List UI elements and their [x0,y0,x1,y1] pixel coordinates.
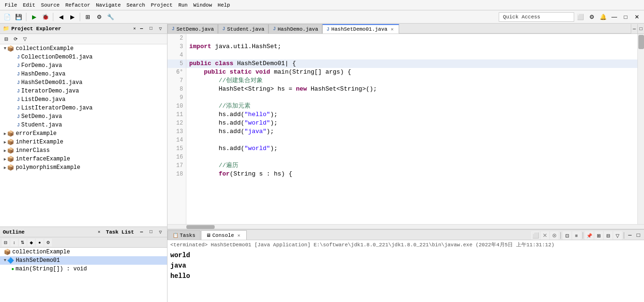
editor-vertical-scrollbar[interactable] [637,34,644,224]
line-num-7: 7 [167,76,186,85]
console-disconnect-btn[interactable]: ⊗ [550,231,559,240]
console-btn7[interactable]: ⊞ [594,231,603,240]
perspective-button[interactable]: ⊞ [83,12,93,22]
tree-item-hashsetdemo01[interactable]: J HashSetDemo01.java [0,78,167,87]
quick-access-box[interactable]: Quick Access [499,12,574,22]
console-minimize-btn[interactable]: — [626,232,634,239]
h-scrollbar-thumb[interactable] [186,225,215,229]
console-sep3 [624,232,624,239]
menu-search[interactable]: Search [124,1,148,9]
tree-item-polymorphismexample[interactable]: ▶ 📦 polymorphismExample [0,163,167,172]
console-btn8[interactable]: ⊟ [604,231,612,240]
outline-btn4[interactable]: ◆ [27,239,35,246]
prev-button[interactable]: ◀ [56,12,66,22]
tab-icon: J [222,26,225,32]
console-stop-btn[interactable]: ⬜ [531,231,540,240]
expand-icon: ▶ [4,140,6,145]
tree-filter-btn[interactable]: ▽ [21,35,29,43]
console-sep1 [560,232,561,239]
toolbar-btn-extra2[interactable]: 🔧 [105,12,116,22]
comment-10: //添加元素 [189,102,251,110]
run-button[interactable]: ▶ [29,12,39,22]
menu-edit[interactable]: Edit [20,1,38,9]
code-area[interactable]: import java.util.HashSet; public class H… [186,34,637,224]
console-terminate-btn[interactable]: ✕ [541,231,549,240]
tree-item-interfaceexample[interactable]: ▶ 📦 interfaceExample [0,155,167,163]
tree-item-listdemo[interactable]: J ListDemo.java [0,95,167,104]
kw-class: class [215,59,234,68]
outline-item-main[interactable]: ● main(String[]) : void [0,265,167,273]
debug-button[interactable]: 🐞 [40,12,50,22]
tab-hashsetdemo01[interactable]: J HashSetDemo01.java ✕ [322,24,399,34]
menu-help[interactable]: Help [215,1,233,9]
tree-item-fordemo[interactable]: J ForDemo.java [0,61,167,70]
tree-item-hashdemo[interactable]: J HashDemo.java [0,70,167,78]
tree-collapse-btn[interactable]: ⊟ [2,35,10,43]
toolbar-layout-btn3[interactable]: 🔔 [598,12,608,22]
outline-btn1[interactable]: ⊟ [2,239,9,246]
tab-student[interactable]: J Student.java [218,24,268,34]
console-close-icon[interactable]: ✕ [236,233,242,238]
scrollbar-thumb[interactable] [638,35,644,49]
tree-item-student[interactable]: J Student.java [0,121,167,129]
tab-setdemo[interactable]: J SetDemo.java [167,24,218,34]
tree-item-iteratordemo[interactable]: J IteratorDemo.java [0,87,167,95]
editor-maximize-btn[interactable]: □ [637,24,644,34]
next-button[interactable]: ▶ [67,12,77,22]
tab-close-icon[interactable]: ✕ [389,26,395,32]
menu-source[interactable]: Source [38,1,63,9]
save-button[interactable]: 💾 [13,12,24,22]
tab-tasks[interactable]: 📋 Tasks [167,230,201,240]
outline-maximize-btn[interactable]: □ [147,228,155,236]
menu-refactor[interactable]: Refactor [62,1,93,9]
console-maximize-btn[interactable]: □ [635,232,642,239]
console-output-java: java [170,260,641,271]
toolbar-close[interactable]: ✕ [632,12,642,22]
console-btn9[interactable]: ▽ [613,231,622,240]
outline-item-hashsetdemo01[interactable]: ▼ 🔷 HashSetDemo01 [0,256,167,265]
outline-chevron-btn[interactable]: ▽ [157,228,164,236]
menu-project[interactable]: Project [148,1,176,9]
console-pin-btn[interactable]: 📌 [585,231,594,240]
tree-item-collection-example[interactable]: ▼ 📦 collectionExample [0,44,167,53]
line-num-14: 14 [167,136,186,144]
outline-close-icon[interactable]: ✕ [98,229,100,235]
toolbar-layout-btn1[interactable]: ⬜ [575,12,585,22]
outline-minimize-btn[interactable]: — [138,228,145,236]
explorer-maximize-btn[interactable]: □ [147,25,155,33]
console-btn5[interactable]: ≡ [572,231,581,240]
tree-item-collectiondemo01[interactable]: J CollectionDemo01.java [0,53,167,61]
editor-minimize-btn[interactable]: — [631,24,637,34]
tree-item-inheritexample[interactable]: ▶ 📦 inheritExample [0,138,167,146]
tab-console[interactable]: 🖥 Console ✕ [201,230,247,240]
toolbar-minimize[interactable]: — [609,12,619,22]
menu-run[interactable]: Run [176,1,191,9]
console-btn4[interactable]: ⊡ [563,231,571,240]
menu-window[interactable]: Window [191,1,215,9]
tree-sync-btn[interactable]: ⟳ [11,35,20,43]
toolbar-btn-extra1[interactable]: ⚙ [94,12,104,22]
outline-btn3[interactable]: ⇅ [19,239,26,246]
tasklist-tab[interactable]: Task List [106,229,134,235]
tree-item-listiteratordemo[interactable]: J ListIteratorDemo.java [0,104,167,112]
menu-navigate[interactable]: Navigate [93,1,124,9]
outline-btn2[interactable]: ↕ [10,239,18,246]
tree-item-errorexample[interactable]: ▶ 📦 errorExample [0,129,167,138]
toolbar-layout-btn2[interactable]: ⚙ [586,12,597,22]
outline-item-collectionexample[interactable]: 📦 collectionExample [0,248,167,256]
tree-item-innerclass[interactable]: ▶ 📦 innerClass [0,146,167,155]
outline-btn6[interactable]: ⚙ [44,239,52,246]
explorer-chevron-btn[interactable]: ▽ [157,25,164,33]
editor-horizontal-scrollbar[interactable] [167,224,644,229]
explorer-minimize-btn[interactable]: — [138,25,145,33]
new-button[interactable]: 📄 [2,12,12,22]
tab-label: SetDemo.java [176,26,214,32]
explorer-close-icon[interactable]: ✕ [134,26,136,31]
line-num-16: 16 [167,153,186,161]
tree-item-setdemo[interactable]: J SetDemo.java [0,112,167,121]
menu-file[interactable]: File [2,1,20,9]
toolbar-maximize[interactable]: □ [620,12,631,22]
kw-for: for [218,170,229,178]
outline-btn5[interactable]: ● [36,239,43,246]
tab-hashdemo[interactable]: J HashDemo.java [268,24,322,34]
